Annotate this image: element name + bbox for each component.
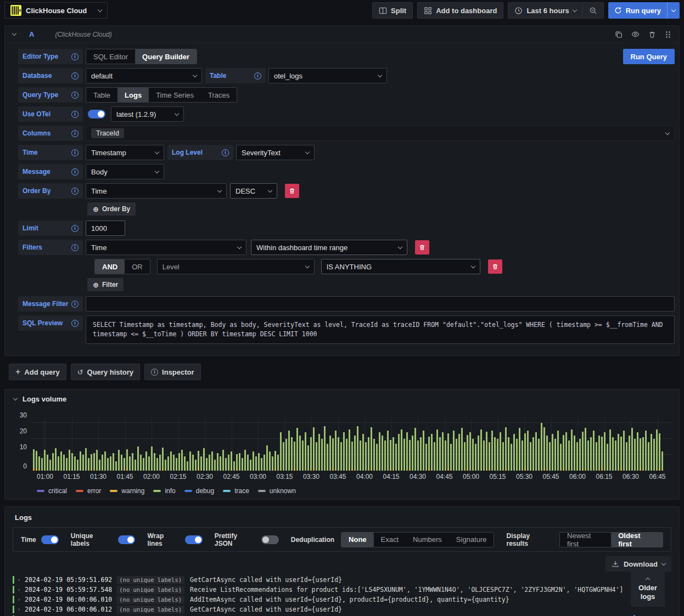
table-select[interactable]: otel_logs — [268, 68, 387, 83]
filter-operator-select[interactable]: Within dashboard time range — [251, 240, 407, 255]
datasource-picker[interactable]: ClickHouse Cloud — [4, 2, 108, 19]
option-oldest-first[interactable]: Oldest first — [611, 533, 663, 547]
legend-item-warning[interactable]: warning — [110, 487, 144, 495]
log-level-select[interactable]: SeverityText — [236, 145, 315, 160]
log-row[interactable]: ›2024-02-19 06:00:06.012(no unique label… — [13, 604, 671, 614]
condition-operator-select[interactable]: IS ANYTHING — [321, 259, 480, 274]
expand-chevron-icon[interactable]: › — [18, 597, 25, 602]
info-icon[interactable]: i — [222, 149, 229, 156]
log-row[interactable]: ›2024-02-19 05:59:57.548(no unique label… — [13, 585, 671, 595]
option-signature[interactable]: Signature — [449, 533, 494, 547]
toggle-switch[interactable] — [118, 535, 136, 544]
collapse-chevron-icon[interactable] — [13, 396, 18, 400]
column-chip[interactable]: TraceId — [91, 128, 124, 138]
query-history-label: Query history — [87, 368, 134, 376]
query-history-button[interactable]: ↺Query history — [71, 364, 140, 380]
bar — [527, 431, 529, 471]
add-to-dashboard-button[interactable]: Add to dashboard — [417, 2, 503, 19]
run-query-editor-button[interactable]: Run Query — [623, 49, 675, 64]
run-query-split-button[interactable]: Run query — [608, 2, 680, 19]
collapse-chevron-icon[interactable] — [12, 31, 16, 36]
run-query-dropdown[interactable] — [667, 2, 680, 19]
info-icon[interactable]: i — [254, 72, 261, 80]
bar — [497, 439, 498, 471]
use-otel-toggle[interactable] — [88, 110, 105, 118]
legend-item-info[interactable]: info — [153, 487, 175, 495]
info-icon[interactable]: i — [71, 72, 79, 80]
bar — [55, 448, 57, 471]
legend-item-unknown[interactable]: unknown — [258, 487, 296, 495]
remove-filter-button[interactable] — [415, 240, 429, 255]
legend-item-trace[interactable]: trace — [223, 487, 249, 495]
otel-version-select[interactable]: latest (1.2.9) — [111, 106, 184, 122]
info-icon[interactable]: i — [71, 53, 79, 60]
time-range-picker[interactable]: Last 6 hours — [508, 2, 582, 19]
drag-handle-icon[interactable] — [665, 31, 671, 38]
option-or[interactable]: OR — [125, 259, 150, 274]
bar — [480, 429, 482, 471]
inspector-button[interactable]: iInspector — [144, 364, 201, 380]
info-icon[interactable]: i — [71, 111, 79, 118]
time-range-label: Last 6 hours — [526, 7, 569, 15]
info-icon[interactable]: i — [71, 130, 79, 137]
add-query-button[interactable]: +Add query — [9, 364, 66, 380]
duplicate-query-icon[interactable] — [615, 31, 623, 38]
legend-item-error[interactable]: error — [76, 487, 101, 495]
info-icon[interactable]: i — [71, 244, 79, 251]
log-row[interactable]: ›2024-02-19 05:59:51.692(no unique label… — [13, 575, 671, 585]
add-order-by-button[interactable]: ⊕Order By — [87, 202, 136, 216]
info-icon[interactable]: i — [71, 320, 79, 327]
legend-item-critical[interactable]: critical — [37, 487, 67, 495]
toggle-switch[interactable] — [41, 535, 59, 544]
hide-query-eye-icon[interactable] — [631, 30, 640, 38]
option-traces[interactable]: Traces — [201, 88, 237, 102]
add-filter-button[interactable]: ⊕Filter — [87, 278, 124, 291]
limit-input[interactable]: 1000 — [86, 221, 125, 236]
use-otel-label: Use OTeli — [18, 106, 83, 122]
option-logs[interactable]: Logs — [117, 88, 149, 102]
remove-order-by-button[interactable] — [285, 184, 299, 198]
option-none[interactable]: None — [341, 533, 374, 547]
delete-query-trash-icon[interactable] — [648, 31, 656, 38]
info-icon[interactable]: i — [71, 225, 79, 232]
bar — [656, 429, 658, 471]
remove-condition-button[interactable] — [488, 259, 502, 274]
option-exact[interactable]: Exact — [374, 533, 406, 547]
legend-swatch — [223, 490, 231, 492]
split-button[interactable]: Split — [372, 2, 413, 19]
filter-field-select[interactable]: Time — [86, 240, 246, 255]
info-icon[interactable]: i — [71, 188, 79, 195]
option-newest-first[interactable]: Newest first — [560, 533, 611, 547]
info-icon[interactable]: i — [71, 168, 79, 176]
expand-chevron-icon[interactable]: › — [18, 577, 25, 583]
database-select[interactable]: default — [86, 68, 202, 83]
order-by-label: Order Byi — [18, 183, 83, 199]
database-label: Databasei — [18, 68, 83, 83]
order-by-field-select[interactable]: Time — [86, 183, 227, 199]
zoom-out-button[interactable] — [583, 2, 604, 19]
time-column-select[interactable]: Timestamp — [86, 145, 164, 160]
columns-multiselect[interactable]: TraceId — [86, 126, 675, 141]
toggle-switch[interactable] — [185, 535, 203, 544]
option-table[interactable]: Table — [86, 88, 117, 102]
option-and[interactable]: AND — [95, 259, 125, 274]
log-row[interactable]: ›2024-02-19 06:00:06.010(no unique label… — [13, 595, 671, 604]
option-time-series[interactable]: Time Series — [149, 88, 201, 102]
order-by-direction-select[interactable]: DESC — [230, 183, 277, 199]
older-logs-button[interactable]: Older logs — [631, 570, 665, 607]
info-icon[interactable]: i — [71, 92, 79, 99]
info-icon[interactable]: i — [71, 149, 79, 156]
option-sql-editor[interactable]: SQL Editor — [86, 49, 135, 64]
toggle-switch[interactable] — [261, 535, 279, 544]
expand-chevron-icon[interactable]: › — [18, 607, 25, 612]
option-numbers[interactable]: Numbers — [406, 533, 449, 547]
info-icon[interactable]: i — [71, 301, 79, 308]
legend-item-debug[interactable]: debug — [184, 487, 214, 495]
message-column-select[interactable]: Body — [86, 164, 164, 179]
message-filter-input[interactable] — [86, 296, 675, 312]
option-query-builder[interactable]: Query Builder — [135, 49, 197, 64]
expand-chevron-icon[interactable]: › — [18, 587, 25, 592]
condition-field-select[interactable]: Level — [157, 259, 315, 274]
download-button[interactable]: Download — [605, 556, 671, 572]
query-header[interactable]: A (ClickHouse Cloud) — [5, 26, 679, 43]
